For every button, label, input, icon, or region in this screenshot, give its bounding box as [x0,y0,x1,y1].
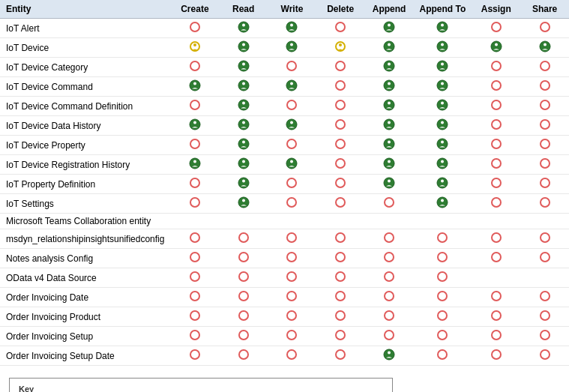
cell-create-3[interactable] [170,77,219,97]
cell-write-11[interactable] [268,229,316,249]
cell-delete-3[interactable] [316,77,365,97]
cell-share-1[interactable] [520,38,569,58]
cell-delete-5[interactable] [316,116,365,136]
cell-append-14[interactable] [365,288,414,307]
cell-assign-8[interactable] [472,175,520,194]
cell-share-4[interactable] [520,97,569,116]
cell-create-2[interactable] [170,58,219,77]
cell-create-16[interactable] [170,327,219,346]
cell-read-17[interactable] [219,346,268,366]
cell-read-16[interactable] [219,327,268,346]
cell-create-1[interactable] [170,38,219,58]
cell-assign-2[interactable] [472,58,520,77]
cell-share-14[interactable] [520,288,569,307]
cell-append-10[interactable] [365,214,414,229]
cell-write-8[interactable] [268,175,316,194]
cell-share-12[interactable] [520,249,569,268]
cell-write-3[interactable] [268,77,316,97]
cell-appendTo-3[interactable] [414,77,472,97]
cell-read-8[interactable] [219,175,268,194]
cell-assign-10[interactable] [472,214,520,229]
cell-append-9[interactable] [365,194,414,214]
cell-create-17[interactable] [170,346,219,366]
cell-share-0[interactable] [520,19,569,38]
cell-read-15[interactable] [219,307,268,327]
cell-create-8[interactable] [170,175,219,194]
cell-assign-16[interactable] [472,327,520,346]
cell-delete-8[interactable] [316,175,365,194]
cell-delete-1[interactable] [316,38,365,58]
cell-share-15[interactable] [520,307,569,327]
cell-delete-14[interactable] [316,288,365,307]
cell-create-12[interactable] [170,249,219,268]
cell-append-2[interactable] [365,58,414,77]
cell-write-16[interactable] [268,327,316,346]
cell-assign-15[interactable] [472,307,520,327]
cell-create-5[interactable] [170,116,219,136]
cell-appendTo-2[interactable] [414,58,472,77]
cell-assign-3[interactable] [472,77,520,97]
cell-write-9[interactable] [268,194,316,214]
cell-delete-13[interactable] [316,268,365,288]
cell-create-9[interactable] [170,194,219,214]
cell-read-6[interactable] [219,136,268,155]
cell-share-13[interactable] [520,268,569,288]
cell-create-13[interactable] [170,268,219,288]
cell-appendTo-0[interactable] [414,19,472,38]
cell-append-5[interactable] [365,116,414,136]
cell-delete-2[interactable] [316,58,365,77]
cell-write-12[interactable] [268,249,316,268]
cell-share-9[interactable] [520,194,569,214]
cell-read-9[interactable] [219,194,268,214]
cell-appendTo-13[interactable] [414,268,472,288]
cell-append-15[interactable] [365,307,414,327]
cell-read-10[interactable] [219,214,268,229]
cell-appendTo-11[interactable] [414,229,472,249]
cell-append-13[interactable] [365,268,414,288]
cell-delete-15[interactable] [316,307,365,327]
cell-append-8[interactable] [365,175,414,194]
cell-appendTo-16[interactable] [414,327,472,346]
cell-assign-6[interactable] [472,136,520,155]
cell-appendTo-15[interactable] [414,307,472,327]
cell-write-2[interactable] [268,58,316,77]
cell-share-17[interactable] [520,346,569,366]
cell-append-17[interactable] [365,346,414,366]
cell-assign-5[interactable] [472,116,520,136]
cell-assign-4[interactable] [472,97,520,116]
cell-write-6[interactable] [268,136,316,155]
cell-read-0[interactable] [219,19,268,38]
cell-read-3[interactable] [219,77,268,97]
cell-delete-11[interactable] [316,229,365,249]
cell-read-14[interactable] [219,288,268,307]
cell-assign-17[interactable] [472,346,520,366]
cell-write-15[interactable] [268,307,316,327]
cell-read-12[interactable] [219,249,268,268]
cell-delete-12[interactable] [316,249,365,268]
cell-write-14[interactable] [268,288,316,307]
cell-delete-17[interactable] [316,346,365,366]
cell-assign-12[interactable] [472,249,520,268]
cell-read-4[interactable] [219,97,268,116]
cell-create-11[interactable] [170,229,219,249]
cell-assign-0[interactable] [472,19,520,38]
cell-share-5[interactable] [520,116,569,136]
cell-append-6[interactable] [365,136,414,155]
cell-write-10[interactable] [268,214,316,229]
cell-write-4[interactable] [268,97,316,116]
cell-appendTo-8[interactable] [414,175,472,194]
cell-share-10[interactable] [520,214,569,229]
cell-create-0[interactable] [170,19,219,38]
cell-share-16[interactable] [520,327,569,346]
cell-create-7[interactable] [170,155,219,175]
cell-appendTo-6[interactable] [414,136,472,155]
cell-read-13[interactable] [219,268,268,288]
cell-delete-4[interactable] [316,97,365,116]
cell-assign-14[interactable] [472,288,520,307]
cell-share-3[interactable] [520,77,569,97]
cell-share-11[interactable] [520,229,569,249]
cell-appendTo-4[interactable] [414,97,472,116]
cell-create-4[interactable] [170,97,219,116]
cell-create-15[interactable] [170,307,219,327]
cell-read-2[interactable] [219,58,268,77]
